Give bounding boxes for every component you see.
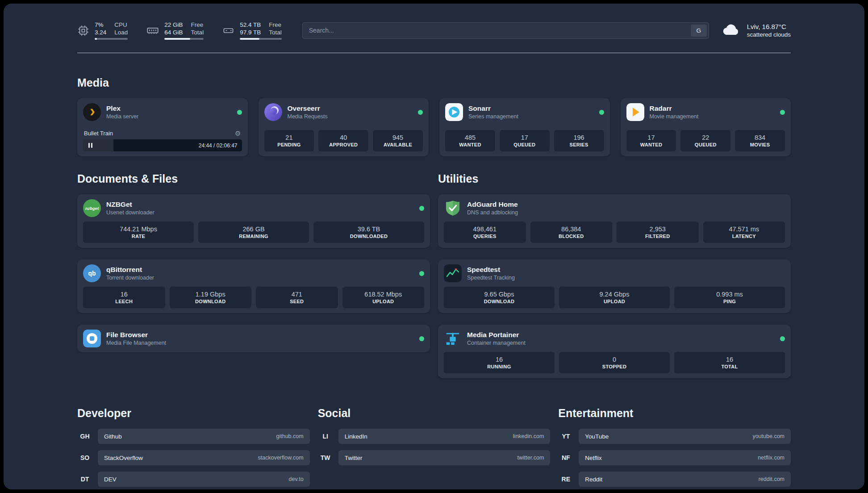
stat-downloaded: 39.6 TB DOWNLOADED bbox=[313, 221, 424, 243]
bookmark-reddit[interactable]: Reddit reddit.com bbox=[579, 472, 791, 487]
filebrowser-icon bbox=[83, 330, 101, 347]
stat-remaining: 266 GB REMAINING bbox=[198, 221, 309, 243]
ram-usage-bar bbox=[164, 38, 204, 40]
bookmark-row: DT DEV dev.to bbox=[77, 472, 310, 487]
app-card-filebrowser[interactable]: File Browser Media File Management bbox=[77, 325, 430, 352]
bookmark-row: SO StackOverflow stackoverflow.com bbox=[77, 450, 310, 465]
stat-queued: 17 QUEUED bbox=[500, 130, 550, 151]
stat-upload: 618.52 Mbps UPLOAD bbox=[342, 287, 425, 308]
weather-condition: scattered clouds bbox=[747, 31, 791, 39]
dashboard-window: 7% CPU 3.24 Load 22 GiB Free 64 GiB Tota… bbox=[4, 4, 864, 489]
cpu-load-value: 3.24 bbox=[95, 29, 106, 36]
stat-filtered: 2,953 FILTERED bbox=[617, 221, 699, 243]
stat-wanted: 485 WANTED bbox=[445, 130, 495, 151]
stat-queued: 22 QUEUED bbox=[680, 130, 730, 151]
playback-progress-bar[interactable]: 24:44 / 02:06:47 bbox=[83, 139, 242, 151]
ram-total-value: 64 GiB bbox=[164, 29, 183, 36]
app-desc: Usenet downloader bbox=[106, 209, 154, 216]
bookmark-abbr: RE bbox=[558, 476, 573, 483]
stat-available: 945 AVAILABLE bbox=[373, 130, 423, 151]
stat-pending: 21 PENDING bbox=[264, 130, 314, 151]
cloud-icon bbox=[722, 20, 741, 41]
stat-latency: 47.571 ms LATENCY bbox=[703, 221, 785, 243]
ram-widget: 22 GiB Free 64 GiB Total bbox=[146, 21, 204, 40]
stat-movies: 834 MOVIES bbox=[735, 130, 785, 151]
bookmark-abbr: GH bbox=[77, 433, 92, 440]
radarr-icon bbox=[626, 103, 644, 121]
app-card-plex[interactable]: Plex Media server Bullet Train ⚙ 24:44 /… bbox=[77, 98, 248, 156]
qbittorrent-icon: qb bbox=[83, 264, 101, 282]
bookmark-abbr: TW bbox=[318, 454, 333, 461]
bookmark-twitter[interactable]: Twitter twitter.com bbox=[338, 450, 551, 465]
bookmark-youtube[interactable]: YouTube youtube.com bbox=[579, 429, 791, 444]
section-entertainment: Entertainment YT YouTube youtube.com NF … bbox=[558, 407, 791, 489]
status-dot bbox=[780, 336, 785, 341]
ram-total-label: Total bbox=[191, 29, 204, 36]
app-name: Speedtest bbox=[467, 265, 515, 274]
ram-free-label: Free bbox=[191, 21, 204, 29]
bookmark-abbr: NF bbox=[558, 454, 573, 461]
weather-widget: Lviv, 16.87°C scattered clouds bbox=[722, 20, 791, 41]
bookmark-linkedin[interactable]: LinkedIn linkedin.com bbox=[338, 429, 551, 444]
app-card-adguard[interactable]: AdGuard Home DNS and adblocking 498,461 … bbox=[438, 194, 791, 248]
status-dot bbox=[237, 110, 242, 115]
bookmark-netflix[interactable]: Netflix netflix.com bbox=[579, 450, 791, 465]
stat-queries: 498,461 QUERIES bbox=[444, 221, 526, 243]
app-desc: Series management bbox=[468, 113, 518, 120]
app-card-speedtest[interactable]: Speedtest Speedtest Tracking 9.65 Gbps D… bbox=[438, 259, 791, 313]
stat-approved: 40 APPROVED bbox=[318, 130, 368, 151]
app-desc: Torrent downloader bbox=[106, 274, 154, 281]
app-desc: Media File Management bbox=[106, 339, 166, 347]
app-card-sonarr[interactable]: Sonarr Series management 485 WANTED 17 Q… bbox=[439, 98, 610, 156]
status-dot bbox=[599, 110, 604, 115]
stat-ping: 0.993 ms PING bbox=[674, 287, 785, 308]
sonarr-icon bbox=[445, 103, 463, 121]
disk-icon bbox=[222, 25, 234, 37]
app-desc: Media server bbox=[106, 113, 138, 120]
pause-button[interactable] bbox=[88, 141, 95, 150]
app-card-radarr[interactable]: Radarr Movie management 17 WANTED 22 QUE… bbox=[621, 98, 791, 156]
stat-stopped: 0 STOPPED bbox=[559, 352, 670, 373]
app-desc: Speedtest Tracking bbox=[467, 274, 515, 281]
stat-series: 196 SERIES bbox=[554, 130, 604, 151]
section-title-entertainment: Entertainment bbox=[558, 407, 791, 420]
overseerr-icon bbox=[264, 103, 282, 121]
bookmark-stackoverflow[interactable]: StackOverflow stackoverflow.com bbox=[98, 450, 310, 465]
ram-free-value: 22 GiB bbox=[164, 21, 183, 29]
app-card-nzbget[interactable]: nzbget NZBGet Usenet downloader 744.21 M… bbox=[77, 194, 430, 248]
app-name: Sonarr bbox=[468, 104, 518, 113]
status-dot bbox=[419, 271, 424, 276]
app-name: NZBGet bbox=[106, 200, 154, 209]
app-desc: Container management bbox=[467, 339, 526, 347]
bookmark-row: GH Github github.com bbox=[77, 429, 310, 444]
app-name: Radarr bbox=[650, 104, 699, 113]
cpu-widget: 7% CPU 3.24 Load bbox=[77, 21, 128, 40]
disk-free-label: Free bbox=[269, 21, 282, 29]
adguard-icon bbox=[444, 199, 462, 217]
top-bar: 7% CPU 3.24 Load 22 GiB Free 64 GiB Tota… bbox=[77, 20, 791, 41]
bookmark-dev[interactable]: DEV dev.to bbox=[98, 472, 310, 487]
app-name: File Browser bbox=[106, 330, 166, 339]
app-card-qbittorrent[interactable]: qb qBittorrent Torrent downloader 16 LEE… bbox=[77, 259, 430, 313]
bookmark-row: YT YouTube youtube.com bbox=[558, 429, 791, 444]
cpu-usage-value: 7% bbox=[95, 21, 106, 29]
stat-running: 16 RUNNING bbox=[444, 352, 555, 373]
search-input[interactable] bbox=[302, 22, 709, 39]
stat-leech: 16 LEECH bbox=[83, 287, 165, 308]
bookmark-github[interactable]: Github github.com bbox=[98, 429, 310, 444]
bookmark-row: TW Twitter twitter.com bbox=[318, 450, 551, 465]
app-card-overseerr[interactable]: Overseerr Media Requests 21 PENDING 40 A… bbox=[259, 98, 429, 156]
section-title-utilities: Utilities bbox=[438, 172, 791, 185]
bookmark-row: RE Reddit reddit.com bbox=[558, 472, 791, 487]
section-title-media: Media bbox=[77, 76, 791, 89]
section-developer: Developer GH Github github.com SO StackO… bbox=[77, 407, 310, 489]
plex-now-playing-widget: Bullet Train ⚙ 24:44 / 02:06:47 bbox=[83, 128, 242, 151]
search-engine-button[interactable]: G bbox=[691, 25, 707, 37]
stat-total: 16 TOTAL bbox=[674, 352, 785, 373]
settings-gear-icon[interactable]: ⚙ bbox=[235, 130, 241, 137]
app-card-portainer[interactable]: Media Portainer Container management 16 … bbox=[438, 325, 791, 378]
status-dot bbox=[780, 110, 785, 115]
now-playing-title: Bullet Train bbox=[84, 130, 113, 137]
stat-seed: 471 SEED bbox=[256, 287, 338, 308]
stat-blocked: 86,384 BLOCKED bbox=[530, 221, 613, 243]
